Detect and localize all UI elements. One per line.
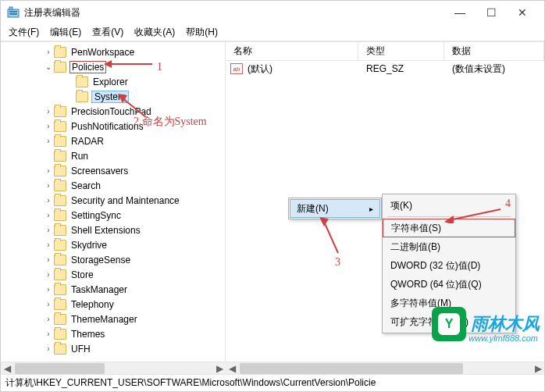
statusbar: 计算机\HKEY_CURRENT_USER\SOFTWARE\Microsoft… <box>1 374 544 391</box>
folder-icon <box>54 314 66 325</box>
col-name[interactable]: 名称 <box>226 42 358 60</box>
menu-view[interactable]: 查看(V) <box>87 24 128 41</box>
tree-item-radar[interactable]: ›RADAR <box>1 134 225 148</box>
content-area: ›PenWorkspace ⌄Policies Explorer System … <box>1 41 544 362</box>
tree-item-screensavers[interactable]: ›Screensavers <box>1 163 225 178</box>
scroll-right-icon[interactable]: ▶ <box>213 363 226 374</box>
menu-favorites[interactable]: 收藏夹(A) <box>130 24 180 41</box>
watermark-brand: 雨林木风 <box>471 312 540 336</box>
folder-icon <box>54 180 66 191</box>
submenu-arrow-icon: ▸ <box>369 205 373 213</box>
svg-rect-3 <box>9 13 17 15</box>
tree-item-explorer[interactable]: Explorer <box>1 74 225 89</box>
watermark-url: www.ylmf888.com <box>468 333 538 343</box>
tree-item-penworkspace[interactable]: ›PenWorkspace <box>1 45 225 59</box>
folder-icon <box>54 195 66 206</box>
left-scrollbar[interactable]: ◀ ▶ <box>1 362 226 374</box>
tree-item-secmaint[interactable]: ›Security and Maintenance <box>1 193 225 208</box>
svg-rect-2 <box>9 11 17 12</box>
svg-rect-1 <box>9 7 12 9</box>
folder-icon <box>54 299 66 310</box>
tree-item-system[interactable]: System <box>1 89 225 104</box>
folder-icon <box>54 284 66 295</box>
value-name: (默认) <box>248 62 366 76</box>
folder-icon <box>54 344 66 355</box>
folder-icon <box>54 255 66 265</box>
value-type: REG_SZ <box>366 63 452 74</box>
folder-icon <box>54 151 66 162</box>
folder-icon <box>54 269 66 280</box>
context-item-label: 新建(N) <box>297 202 329 216</box>
tree-item-thememanager[interactable]: ›ThemeManager <box>1 312 225 326</box>
menu-edit[interactable]: 编辑(E) <box>45 24 86 41</box>
minimize-button[interactable]: — <box>444 6 476 19</box>
tree-item-skydrive[interactable]: ›Skydrive <box>1 237 225 252</box>
folder-icon <box>54 121 66 132</box>
svg-line-8 <box>324 222 338 253</box>
context-menu: 新建(N) ▸ <box>288 198 382 219</box>
menu-file[interactable]: 文件(F) <box>4 24 44 41</box>
subitem-string[interactable]: 字符串值(S) <box>383 219 515 237</box>
tree-item-ufh[interactable]: ›UFH <box>1 341 225 356</box>
regedit-icon <box>7 6 20 19</box>
right-scrollbar[interactable]: ◀ ▶ <box>226 362 544 374</box>
menubar: 文件(F) 编辑(E) 查看(V) 收藏夹(A) 帮助(H) <box>1 24 544 41</box>
tree-item-search[interactable]: ›Search <box>1 178 225 193</box>
folder-icon <box>54 166 66 176</box>
tree-item-settingsync[interactable]: ›SettingSync <box>1 208 225 223</box>
folder-icon <box>54 210 66 221</box>
scroll-left-icon[interactable]: ◀ <box>226 363 238 374</box>
annotation-3: 3 <box>335 256 340 269</box>
tree-item-store[interactable]: ›Store <box>1 267 225 282</box>
scroll-thumb[interactable] <box>240 363 463 374</box>
value-row-default[interactable]: ab (默认) REG_SZ (数值未设置) <box>226 61 544 77</box>
tree-item-taskmanager[interactable]: ›TaskManager <box>1 282 225 297</box>
folder-icon <box>76 91 88 102</box>
subitem-binary[interactable]: 二进制值(B) <box>383 237 515 256</box>
tree-item-shellext[interactable]: ›Shell Extensions <box>1 223 225 237</box>
subitem-key[interactable]: 项(K) <box>383 196 515 215</box>
maximize-button[interactable]: ☐ <box>476 6 507 19</box>
registry-editor-window: 注册表编辑器 — ☐ ✕ 文件(F) 编辑(E) 查看(V) 收藏夹(A) 帮助… <box>0 0 545 392</box>
arrow-3-icon <box>319 217 346 256</box>
statusbar-path: 计算机\HKEY_CURRENT_USER\SOFTWARE\Microsoft… <box>5 376 376 390</box>
tree-item-precisiontouchpad[interactable]: ›PrecisionTouchPad <box>1 104 225 119</box>
menu-separator <box>387 216 511 217</box>
folder-icon <box>54 106 66 117</box>
tree-item-storagesense[interactable]: ›StorageSense <box>1 252 225 267</box>
subitem-dword[interactable]: DWORD (32 位)值(D) <box>383 256 515 275</box>
value-data: (数值未设置) <box>452 62 505 76</box>
scroll-right-icon[interactable]: ▶ <box>532 363 544 374</box>
registry-tree: ›PenWorkspace ⌄Policies Explorer System … <box>1 42 225 356</box>
values-header: 名称 类型 数据 <box>226 42 544 61</box>
watermark-logo-icon: Y <box>432 307 466 341</box>
col-type[interactable]: 类型 <box>358 42 444 60</box>
folder-icon <box>54 136 66 147</box>
folder-icon <box>54 240 66 251</box>
folder-icon <box>76 77 88 87</box>
folder-icon <box>54 47 66 58</box>
folder-icon <box>54 225 66 236</box>
tree-item-telephony[interactable]: ›Telephony <box>1 297 225 312</box>
col-data[interactable]: 数据 <box>444 42 544 60</box>
scroll-thumb[interactable] <box>15 363 105 374</box>
titlebar[interactable]: 注册表编辑器 — ☐ ✕ <box>1 1 544 24</box>
string-value-icon: ab <box>230 63 243 74</box>
subitem-qword[interactable]: QWORD (64 位)值(Q) <box>383 275 515 294</box>
tree-item-themes[interactable]: ›Themes <box>1 326 225 341</box>
tree-item-policies[interactable]: ⌄Policies <box>1 59 225 74</box>
scroll-left-icon[interactable]: ◀ <box>1 363 13 374</box>
tree-item-pushnotifications[interactable]: ›PushNotifications <box>1 119 225 134</box>
watermark: Y 雨林木风 www.ylmf888.com <box>432 307 540 341</box>
menu-help[interactable]: 帮助(H) <box>181 24 223 41</box>
tree-item-run[interactable]: Run <box>1 148 225 163</box>
folder-icon <box>54 329 66 340</box>
window-title: 注册表编辑器 <box>24 6 444 20</box>
folder-icon <box>54 62 66 73</box>
tree-pane[interactable]: ›PenWorkspace ⌄Policies Explorer System … <box>1 42 226 362</box>
context-item-new[interactable]: 新建(N) ▸ <box>290 199 380 218</box>
close-button[interactable]: ✕ <box>507 6 538 19</box>
